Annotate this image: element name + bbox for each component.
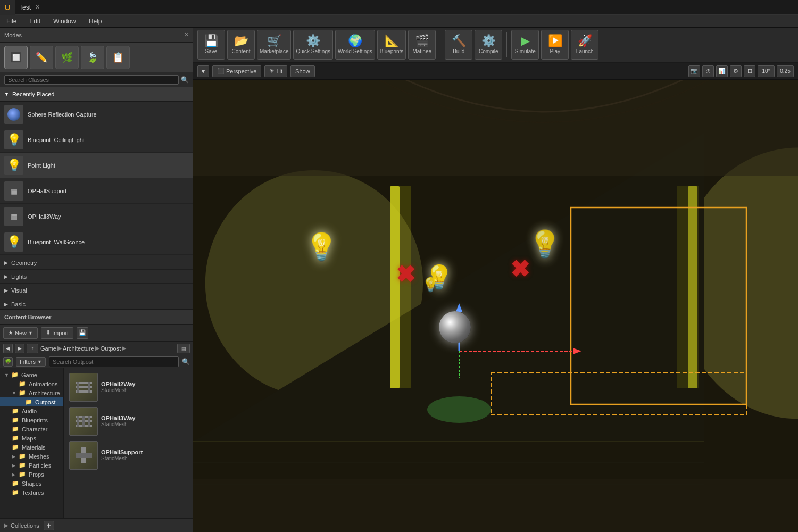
menu-help[interactable]: Help [82,15,109,27]
file-name: OPHall2Way [101,381,135,387]
save-button[interactable]: 💾 Save [197,30,225,60]
menu-file[interactable]: File [0,15,23,27]
sphere-reflection-capture[interactable] [439,311,471,343]
tree-item-props[interactable]: ▶ 📁Props [0,470,63,479]
mesh-preview [70,442,97,469]
item-name: Blueprint_WallSconce [28,239,85,245]
realtime-button[interactable]: ⏱ [702,65,714,77]
category-geometry[interactable]: ▶ Geometry [0,256,193,270]
file-item[interactable]: OPHall2Way StaticMesh [66,370,191,404]
import-button[interactable]: ⬇ Import [41,327,73,339]
file-item[interactable]: OPHallSupport StaticMesh [66,438,191,472]
mode-paint-icon[interactable]: ✏️ [30,46,53,69]
modes-label: Modes [4,32,22,38]
search-classes-input[interactable] [4,75,179,85]
search-outpost-input[interactable] [49,356,179,367]
tree-item-outpost[interactable]: 📁Outpost [0,397,63,406]
compile-button[interactable]: ⚙️ Compile [475,30,502,60]
forward-button[interactable]: ▶ [15,344,24,353]
breadcrumb-outpost[interactable]: Outpost [101,345,121,352]
breadcrumb-architecture[interactable]: Architecture [63,345,94,352]
camera-speed-icon[interactable]: 📷 [688,65,700,77]
category-recently-placed[interactable]: ▼ Recently Placed [0,87,193,101]
new-button[interactable]: ★ New ▼ [3,327,38,339]
expand-button[interactable]: ▤ [177,344,190,353]
content-button[interactable]: 📂 Content [227,30,255,60]
tree-item-materials[interactable]: 📁Materials [0,443,63,452]
tree-item-blueprints[interactable]: 📁Blueprints [0,415,63,425]
file-name: OPHall3Way [101,415,135,421]
tree-item-meshes[interactable]: ▶ 📁Meshes [0,452,63,461]
file-item[interactable]: OPHall3Way StaticMesh [66,404,191,438]
lit-button[interactable]: ☀ Lit [264,65,287,77]
perspective-button[interactable]: ⬛ Perspective [212,65,261,77]
list-item[interactable]: Sphere Reflection Capture [0,102,193,127]
tree-item-textures[interactable]: 📁Textures [0,488,63,497]
tree-item-character[interactable]: 📁Character [0,425,63,434]
tree-item-maps[interactable]: 📁Maps [0,434,63,443]
quick-settings-icon: ⚙️ [306,35,320,47]
blueprints-label: Blueprints [380,48,403,54]
simulate-label: Simulate [515,48,536,54]
expand-icon: ▶ [12,454,17,459]
arrow-icon: ▼ [4,92,9,97]
tree-item-animations[interactable]: 📁Animations [0,379,63,388]
world-settings-button[interactable]: 🌍 World Settings [335,30,375,60]
blueprints-button[interactable]: 📐 Blueprints [377,30,406,60]
list-item[interactable]: ▦ OPHall3Way [0,204,193,229]
modes-close-button[interactable]: ✕ [184,31,189,38]
window-close-button[interactable]: ✕ [35,4,40,11]
simulate-button[interactable]: ▶ Simulate [511,30,539,60]
add-collection-button[interactable]: + [44,521,54,530]
settings-button[interactable]: ⚙ [730,65,742,77]
compile-icon: ⚙️ [481,35,496,47]
list-item[interactable]: 💡 Blueprint_CeilingLight [0,127,193,153]
tree-toggle-button[interactable]: 🌳 [3,357,13,367]
up-button[interactable]: ↑ [27,344,38,353]
mode-blueprint-icon[interactable]: 📋 [106,46,130,69]
light-bulb-left[interactable]: 💡 [305,231,338,262]
angle-icon: 10° [758,65,775,77]
tree-item-game[interactable]: ▼ 📁Game [0,370,63,379]
save-all-button[interactable]: 💾 [77,327,88,339]
show-button[interactable]: Show [290,65,315,77]
search-outpost-icon: 🔍 [182,358,190,365]
viewport-dropdown-button[interactable]: ▼ [197,65,209,77]
tree-item-audio[interactable]: 📁Audio [0,406,63,415]
content-icon: 📂 [234,35,248,47]
menu-edit[interactable]: Edit [23,15,47,27]
tree-item-particles[interactable]: ▶ 📁Particles [0,461,63,470]
tree-item-shapes[interactable]: 📁Shapes [0,479,63,488]
category-basic[interactable]: ▶ Basic [0,297,193,309]
toolbar-separator [440,32,440,57]
list-item[interactable]: 💡 Blueprint_WallSconce [0,229,193,255]
category-visual[interactable]: ▶ Visual [0,284,193,297]
play-button[interactable]: ▶️ Play [541,30,569,60]
item-name: OPHall3Way [28,213,61,220]
file-info: OPHallSupport StaticMesh [101,449,143,461]
svg-rect-4 [88,382,90,393]
mode-foliage-icon[interactable]: 🌿 [55,46,79,69]
viewport-controls-right: 📷 ⏱ 📊 ⚙ ⊞ 10° 0.25 [688,65,794,77]
viewport[interactable]: 💡 💡 💡 ✖ ✖ 💡 [193,80,798,532]
tree-item-architecture[interactable]: ▼ 📁Architecture [0,388,63,397]
item-name: Blueprint_CeilingLight [28,137,85,143]
category-lights[interactable]: ▶ Lights [0,270,193,284]
back-button[interactable]: ◀ [3,344,13,353]
mode-place-icon[interactable]: 🔲 [4,46,28,69]
light-bulb-right[interactable]: 💡 [528,229,561,260]
build-button[interactable]: 🔨 Build [445,30,472,60]
filters-button[interactable]: Filters ▼ [16,357,46,367]
launch-button[interactable]: 🚀 Launch [571,30,598,60]
menu-window[interactable]: Window [47,15,82,27]
stats-button[interactable]: 📊 [716,65,728,77]
breadcrumb-game[interactable]: Game [40,345,56,352]
quick-settings-button[interactable]: ⚙️ Quick Settings [293,30,332,60]
list-item[interactable]: 💡 Point Light [0,153,193,178]
marketplace-button[interactable]: 🛒 Marketplace [257,30,291,60]
matinee-button[interactable]: 🎬 Matinee [408,30,436,60]
grid-button[interactable]: ⊞ [744,65,755,77]
mode-geometry-icon[interactable]: 🍃 [81,46,104,69]
svg-rect-19 [193,80,798,176]
list-item[interactable]: ▦ OPHallSupport [0,178,193,204]
